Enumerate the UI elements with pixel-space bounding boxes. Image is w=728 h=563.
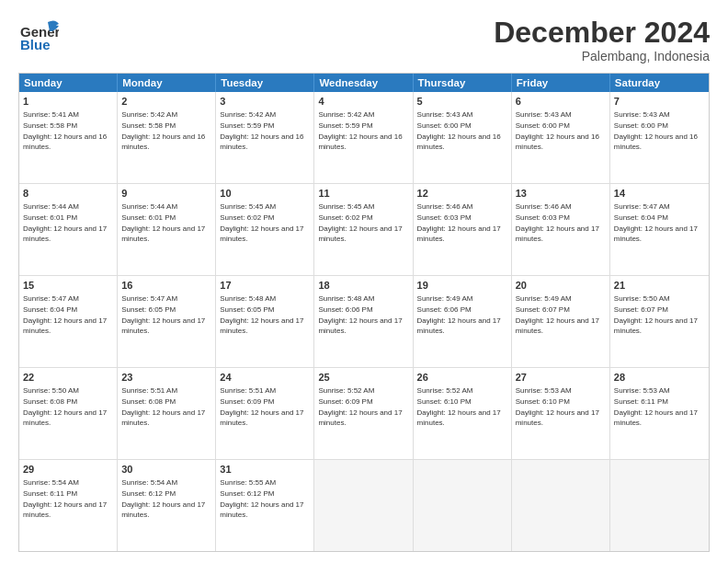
cell-info: Sunrise: 5:41 AM Sunset: 5:58 PM Dayligh… (23, 110, 107, 151)
cell-info: Sunrise: 5:45 AM Sunset: 6:02 PM Dayligh… (318, 202, 402, 243)
month-title: December 2024 (494, 17, 710, 49)
day-number: 13 (516, 187, 606, 201)
day-number: 26 (417, 371, 507, 385)
calendar-cell: 12Sunrise: 5:46 AM Sunset: 6:03 PM Dayli… (414, 184, 512, 275)
day-number: 28 (614, 371, 705, 385)
calendar-cell: 28Sunrise: 5:53 AM Sunset: 6:11 PM Dayli… (610, 368, 709, 459)
day-number: 11 (318, 187, 408, 201)
day-number: 23 (121, 371, 211, 385)
calendar-cell: 6Sunrise: 5:43 AM Sunset: 6:00 PM Daylig… (512, 92, 610, 183)
day-number: 27 (516, 371, 606, 385)
day-number: 15 (23, 279, 113, 293)
calendar-cell: 22Sunrise: 5:50 AM Sunset: 6:08 PM Dayli… (19, 368, 118, 459)
cell-info: Sunrise: 5:50 AM Sunset: 6:08 PM Dayligh… (23, 386, 107, 427)
calendar-page: General Blue December 2024 Palembang, In… (0, 0, 728, 563)
day-number: 8 (23, 187, 113, 201)
cell-info: Sunrise: 5:47 AM Sunset: 6:05 PM Dayligh… (121, 294, 205, 335)
day-number: 6 (516, 95, 606, 109)
day-number: 20 (516, 279, 606, 293)
day-number: 1 (23, 95, 113, 109)
calendar-cell: 16Sunrise: 5:47 AM Sunset: 6:05 PM Dayli… (118, 276, 216, 367)
day-number: 14 (614, 187, 705, 201)
calendar-cell: 24Sunrise: 5:51 AM Sunset: 6:09 PM Dayli… (216, 368, 314, 459)
title-block: December 2024 Palembang, Indonesia (494, 17, 710, 63)
calendar-cell (314, 460, 413, 551)
day-number: 5 (417, 95, 507, 109)
cell-info: Sunrise: 5:54 AM Sunset: 6:11 PM Dayligh… (23, 478, 107, 519)
location: Palembang, Indonesia (494, 49, 710, 63)
weekday-header-thursday: Thursday (414, 74, 512, 92)
cell-info: Sunrise: 5:42 AM Sunset: 5:59 PM Dayligh… (318, 110, 402, 151)
calendar-cell: 26Sunrise: 5:52 AM Sunset: 6:10 PM Dayli… (414, 368, 512, 459)
cell-info: Sunrise: 5:45 AM Sunset: 6:02 PM Dayligh… (220, 202, 303, 243)
day-number: 22 (23, 371, 113, 385)
cell-info: Sunrise: 5:49 AM Sunset: 6:06 PM Dayligh… (417, 294, 501, 335)
weekday-header-tuesday: Tuesday (216, 74, 314, 92)
cell-info: Sunrise: 5:43 AM Sunset: 6:00 PM Dayligh… (417, 110, 501, 151)
calendar-cell: 27Sunrise: 5:53 AM Sunset: 6:10 PM Dayli… (512, 368, 610, 459)
calendar-cell: 11Sunrise: 5:45 AM Sunset: 6:02 PM Dayli… (314, 184, 413, 275)
cell-info: Sunrise: 5:53 AM Sunset: 6:11 PM Dayligh… (614, 386, 698, 427)
calendar-cell: 20Sunrise: 5:49 AM Sunset: 6:07 PM Dayli… (512, 276, 610, 367)
logo: General Blue (18, 17, 59, 61)
cell-info: Sunrise: 5:43 AM Sunset: 6:00 PM Dayligh… (516, 110, 599, 151)
calendar-week-3: 15Sunrise: 5:47 AM Sunset: 6:04 PM Dayli… (19, 275, 709, 367)
calendar-cell: 13Sunrise: 5:46 AM Sunset: 6:03 PM Dayli… (512, 184, 610, 275)
day-number: 9 (121, 187, 211, 201)
day-number: 12 (417, 187, 507, 201)
weekday-header-monday: Monday (118, 74, 216, 92)
calendar-cell: 23Sunrise: 5:51 AM Sunset: 6:08 PM Dayli… (118, 368, 216, 459)
calendar-cell: 25Sunrise: 5:52 AM Sunset: 6:09 PM Dayli… (314, 368, 413, 459)
calendar-week-5: 29Sunrise: 5:54 AM Sunset: 6:11 PM Dayli… (19, 459, 709, 551)
cell-info: Sunrise: 5:42 AM Sunset: 5:58 PM Dayligh… (121, 110, 205, 151)
calendar-week-1: 1Sunrise: 5:41 AM Sunset: 5:58 PM Daylig… (19, 92, 709, 183)
weekday-header-sunday: Sunday (19, 74, 118, 92)
cell-info: Sunrise: 5:52 AM Sunset: 6:10 PM Dayligh… (417, 386, 501, 427)
cell-info: Sunrise: 5:49 AM Sunset: 6:07 PM Dayligh… (516, 294, 599, 335)
cell-info: Sunrise: 5:54 AM Sunset: 6:12 PM Dayligh… (121, 478, 205, 519)
calendar-cell: 21Sunrise: 5:50 AM Sunset: 6:07 PM Dayli… (610, 276, 709, 367)
day-number: 19 (417, 279, 507, 293)
day-number: 7 (614, 95, 705, 109)
calendar-cell: 10Sunrise: 5:45 AM Sunset: 6:02 PM Dayli… (216, 184, 314, 275)
calendar-week-4: 22Sunrise: 5:50 AM Sunset: 6:08 PM Dayli… (19, 367, 709, 459)
calendar-cell: 30Sunrise: 5:54 AM Sunset: 6:12 PM Dayli… (118, 460, 216, 551)
calendar-cell: 3Sunrise: 5:42 AM Sunset: 5:59 PM Daylig… (216, 92, 314, 183)
cell-info: Sunrise: 5:55 AM Sunset: 6:12 PM Dayligh… (220, 478, 303, 519)
cell-info: Sunrise: 5:43 AM Sunset: 6:00 PM Dayligh… (614, 110, 698, 151)
calendar-cell: 7Sunrise: 5:43 AM Sunset: 6:00 PM Daylig… (610, 92, 709, 183)
calendar-cell: 14Sunrise: 5:47 AM Sunset: 6:04 PM Dayli… (610, 184, 709, 275)
day-number: 30 (121, 463, 211, 477)
day-number: 25 (318, 371, 408, 385)
calendar-body: 1Sunrise: 5:41 AM Sunset: 5:58 PM Daylig… (19, 92, 709, 551)
calendar-cell: 29Sunrise: 5:54 AM Sunset: 6:11 PM Dayli… (19, 460, 118, 551)
day-number: 24 (220, 371, 310, 385)
day-number: 31 (220, 463, 310, 477)
cell-info: Sunrise: 5:46 AM Sunset: 6:03 PM Dayligh… (417, 202, 501, 243)
day-number: 29 (23, 463, 113, 477)
cell-info: Sunrise: 5:47 AM Sunset: 6:04 PM Dayligh… (23, 294, 107, 335)
cell-info: Sunrise: 5:46 AM Sunset: 6:03 PM Dayligh… (516, 202, 599, 243)
calendar-cell: 19Sunrise: 5:49 AM Sunset: 6:06 PM Dayli… (414, 276, 512, 367)
page-header: General Blue December 2024 Palembang, In… (18, 17, 710, 63)
day-number: 17 (220, 279, 310, 293)
day-number: 18 (318, 279, 408, 293)
day-number: 3 (220, 95, 310, 109)
cell-info: Sunrise: 5:44 AM Sunset: 6:01 PM Dayligh… (121, 202, 205, 243)
cell-info: Sunrise: 5:50 AM Sunset: 6:07 PM Dayligh… (614, 294, 698, 335)
day-number: 4 (318, 95, 408, 109)
calendar-cell: 31Sunrise: 5:55 AM Sunset: 6:12 PM Dayli… (216, 460, 314, 551)
cell-info: Sunrise: 5:42 AM Sunset: 5:59 PM Dayligh… (220, 110, 303, 151)
calendar-cell: 17Sunrise: 5:48 AM Sunset: 6:05 PM Dayli… (216, 276, 314, 367)
svg-text:Blue: Blue (20, 37, 51, 52)
calendar-cell: 5Sunrise: 5:43 AM Sunset: 6:00 PM Daylig… (414, 92, 512, 183)
weekday-header-friday: Friday (512, 74, 610, 92)
calendar-cell (512, 460, 610, 551)
day-number: 2 (121, 95, 211, 109)
calendar-cell: 4Sunrise: 5:42 AM Sunset: 5:59 PM Daylig… (314, 92, 413, 183)
day-number: 16 (121, 279, 211, 293)
calendar-cell: 2Sunrise: 5:42 AM Sunset: 5:58 PM Daylig… (118, 92, 216, 183)
cell-info: Sunrise: 5:48 AM Sunset: 6:06 PM Dayligh… (318, 294, 402, 335)
calendar-cell: 9Sunrise: 5:44 AM Sunset: 6:01 PM Daylig… (118, 184, 216, 275)
calendar-cell: 8Sunrise: 5:44 AM Sunset: 6:01 PM Daylig… (19, 184, 118, 275)
